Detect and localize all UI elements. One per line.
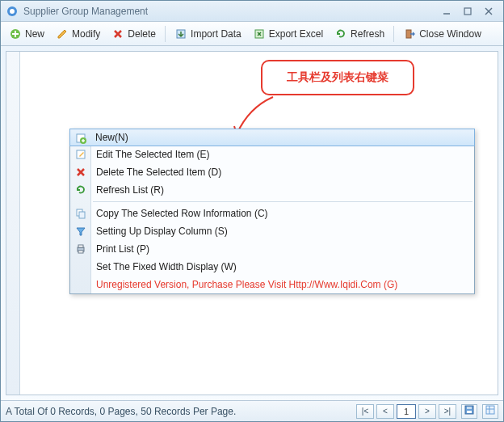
svg-rect-25 bbox=[78, 251, 83, 253]
menu-label: Edit The Selected Item (E) bbox=[96, 149, 210, 160]
app-window: Supplier Group Management New Modify Del… bbox=[0, 0, 504, 422]
menu-label: New(N) bbox=[95, 132, 128, 143]
app-icon bbox=[6, 5, 19, 18]
blank-icon bbox=[74, 277, 88, 292]
page-input[interactable]: 1 bbox=[397, 404, 416, 419]
delete-icon bbox=[74, 165, 88, 179]
filter-icon bbox=[74, 224, 88, 238]
export-button[interactable]: Export Excel bbox=[248, 25, 328, 43]
refresh-button[interactable]: Refresh bbox=[330, 25, 389, 43]
menu-item-delete[interactable]: Delete The Selected Item (D) bbox=[70, 163, 474, 181]
callout-text: 工具栏及列表右键菜 bbox=[287, 70, 388, 85]
close-window-label: Close Window bbox=[419, 28, 481, 40]
pencil-icon bbox=[56, 27, 69, 40]
window-title: Supplier Group Management bbox=[23, 6, 435, 17]
menu-item-edit[interactable]: Edit The Selected Item (E) bbox=[70, 146, 474, 163]
menu-item-new[interactable]: New(N) bbox=[69, 129, 475, 146]
svg-point-1 bbox=[10, 9, 15, 14]
minimize-button[interactable] bbox=[437, 5, 456, 18]
svg-rect-28 bbox=[467, 407, 472, 409]
svg-rect-24 bbox=[78, 245, 83, 247]
delete-button[interactable]: Delete bbox=[107, 25, 161, 43]
copy-icon bbox=[74, 206, 88, 221]
export-label: Export Excel bbox=[269, 28, 323, 40]
refresh-icon bbox=[334, 27, 347, 40]
callout-bubble: 工具栏及列表右键菜 bbox=[261, 60, 414, 95]
separator bbox=[165, 26, 166, 42]
menu-label: Refresh List (R) bbox=[96, 184, 164, 196]
export-icon-button[interactable] bbox=[482, 404, 498, 419]
add-icon bbox=[9, 27, 22, 40]
import-icon bbox=[174, 27, 187, 40]
menu-label: Set The Fixed Width Display (W) bbox=[96, 261, 237, 272]
prev-page-button[interactable]: < bbox=[376, 404, 394, 419]
svg-rect-3 bbox=[464, 8, 471, 15]
door-icon bbox=[403, 27, 416, 40]
save-icon-button[interactable] bbox=[461, 404, 477, 419]
menu-label: Unregistered Version, Purchase Please Vi… bbox=[96, 279, 397, 290]
menu-item-refresh[interactable]: Refresh List (R) bbox=[70, 181, 474, 199]
separator bbox=[393, 26, 394, 42]
import-label: Import Data bbox=[191, 28, 242, 40]
modify-button[interactable]: Modify bbox=[51, 25, 105, 43]
sheet-icon bbox=[485, 405, 495, 417]
delete-icon bbox=[111, 27, 124, 40]
maximize-button[interactable] bbox=[458, 5, 477, 18]
next-page-button[interactable]: > bbox=[418, 404, 436, 419]
print-icon bbox=[74, 242, 88, 256]
new-button[interactable]: New bbox=[4, 25, 49, 43]
svg-rect-29 bbox=[486, 406, 494, 414]
menu-separator bbox=[93, 201, 472, 202]
menu-item-print[interactable]: Print List (P) bbox=[70, 240, 474, 258]
first-page-button[interactable]: |< bbox=[356, 404, 374, 419]
modify-label: Modify bbox=[72, 28, 100, 40]
last-page-button[interactable]: >| bbox=[439, 404, 456, 419]
menu-label: Print List (P) bbox=[96, 243, 149, 255]
blank-icon bbox=[74, 260, 88, 274]
menu-item-fixedwidth[interactable]: Set The Fixed Width Display (W) bbox=[70, 258, 474, 276]
titlebar: Supplier Group Management bbox=[1, 1, 503, 22]
refresh-label: Refresh bbox=[351, 28, 384, 40]
pager: |< < 1 > >| bbox=[356, 404, 498, 419]
status-bar: A Total Of 0 Records, 0 Pages, 50 Record… bbox=[1, 400, 503, 421]
disk-icon bbox=[464, 405, 474, 417]
close-button[interactable] bbox=[479, 5, 498, 18]
new-label: New bbox=[25, 28, 44, 40]
delete-label: Delete bbox=[128, 28, 156, 40]
export-icon bbox=[253, 27, 266, 40]
toolbar: New Modify Delete Import Data Export Exc… bbox=[1, 22, 503, 46]
context-menu: New(N) Edit The Selected Item (E) Delete… bbox=[69, 129, 475, 294]
refresh-icon bbox=[74, 183, 88, 197]
content-area: 工具栏及列表右键菜 New(N) Edit The Selected Item … bbox=[6, 51, 498, 395]
edit-icon bbox=[74, 147, 88, 162]
menu-item-copy[interactable]: Copy The Selected Row Information (C) bbox=[70, 205, 474, 222]
close-window-button[interactable]: Close Window bbox=[398, 25, 486, 43]
import-button[interactable]: Import Data bbox=[170, 25, 246, 43]
menu-label: Copy The Selected Row Information (C) bbox=[96, 208, 268, 219]
menu-label: Delete The Selected Item (D) bbox=[96, 167, 221, 178]
menu-item-unregistered[interactable]: Unregistered Version, Purchase Please Vi… bbox=[70, 276, 474, 293]
add-icon bbox=[74, 131, 88, 146]
svg-rect-27 bbox=[467, 411, 472, 413]
svg-rect-22 bbox=[79, 212, 85, 218]
menu-label: Setting Up Display Column (S) bbox=[96, 226, 228, 237]
menu-item-columns[interactable]: Setting Up Display Column (S) bbox=[70, 222, 474, 240]
status-text: A Total Of 0 Records, 0 Pages, 50 Record… bbox=[6, 406, 356, 417]
